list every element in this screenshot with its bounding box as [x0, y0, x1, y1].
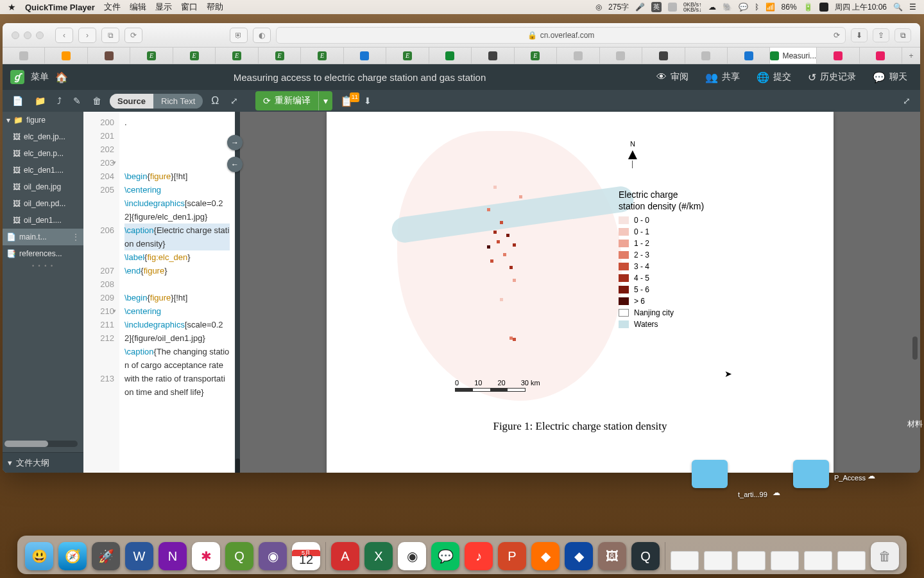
ime-lang-badge[interactable]: 英	[651, 2, 662, 12]
dock-app-quicktime[interactable]: Q	[631, 542, 660, 570]
ime-mic-icon[interactable]: 🎤	[635, 3, 645, 12]
sync-to-pdf-button[interactable]: →	[227, 135, 243, 150]
menu-view[interactable]: 显示	[155, 1, 172, 13]
browser-tab[interactable]: E	[130, 48, 173, 64]
overleaf-logo-icon[interactable]: ɠ	[10, 70, 24, 84]
menu-file[interactable]: 文件	[104, 1, 121, 13]
dock-minimized-window[interactable]	[771, 551, 799, 570]
desktop-folder[interactable]	[793, 460, 829, 488]
symbol-palette-button[interactable]: Ω	[208, 93, 222, 109]
recompile-button[interactable]: ⟳重新编译 ▾	[255, 91, 332, 110]
browser-tab[interactable]: E	[216, 48, 258, 64]
bluetooth-icon[interactable]: ᛒ	[755, 3, 759, 12]
spotlight-icon[interactable]: 🔍	[893, 3, 903, 12]
browser-tab[interactable]: E	[301, 48, 343, 64]
home-icon[interactable]: 🏠	[55, 71, 68, 83]
menu-edit[interactable]: 编辑	[130, 1, 146, 13]
back-button[interactable]: ‹	[55, 28, 73, 43]
wifi-icon[interactable]: 📶	[766, 3, 775, 12]
file-row[interactable]: 🖼elc_den.p...	[3, 145, 83, 162]
browser-tab[interactable]	[557, 48, 599, 64]
tray-icon[interactable]	[668, 3, 677, 12]
browser-tab[interactable]	[45, 48, 87, 64]
rename-icon[interactable]: ✎	[70, 94, 84, 108]
network-monitor[interactable]: 0KB/s↑0KB/s↓	[683, 2, 702, 12]
file-row-selected[interactable]: 📄main.t...⋮	[3, 229, 83, 245]
refresh-icon[interactable]: ⟳	[834, 31, 840, 40]
browser-tab[interactable]: E	[386, 48, 429, 64]
file-row[interactable]: 📑references...	[3, 245, 83, 262]
dock-minimized-window[interactable]	[837, 551, 866, 570]
expand-icon[interactable]: ⤢	[227, 94, 241, 108]
dock-app-chrome[interactable]: ◉	[398, 542, 426, 570]
history-button[interactable]: ↺历史记录	[803, 71, 861, 83]
browser-tab[interactable]	[600, 48, 642, 64]
reader-toggle-button[interactable]: ◐	[253, 28, 271, 43]
chat-button[interactable]: 💬聊天	[868, 71, 912, 83]
dock-app-netease[interactable]: ♪	[465, 542, 493, 570]
window-traffic-lights[interactable]	[12, 31, 44, 39]
desktop-folder[interactable]	[692, 460, 728, 488]
browser-tab[interactable]: E	[173, 48, 216, 64]
new-folder-icon[interactable]: 📁	[31, 94, 49, 108]
active-app-name[interactable]: QuickTime Player	[25, 3, 95, 12]
dock-app-launchpad[interactable]: 🚀	[92, 542, 120, 570]
tray-app-icon[interactable]	[819, 3, 828, 12]
forward-button[interactable]: ›	[78, 28, 96, 43]
clock[interactable]: 周四 上午10:06	[835, 2, 887, 13]
dock-app-calendar[interactable]: 5月12	[292, 542, 320, 570]
file-outline-header[interactable]: ▾文件大纲	[3, 452, 83, 473]
logs-button[interactable]: 📋11	[338, 95, 355, 107]
browser-tab[interactable]	[860, 48, 902, 64]
code-editor[interactable]: → ← 200201202203204205206207208209210211…	[83, 112, 235, 473]
dock-app-slack[interactable]: ✱	[192, 542, 220, 570]
control-center-icon[interactable]: ☰	[909, 3, 916, 12]
scrollbar-thumb[interactable]	[235, 459, 240, 473]
review-button[interactable]: 👁审阅	[651, 71, 694, 83]
dock-app-finder[interactable]: 😃	[25, 542, 53, 570]
tabs-overview-button[interactable]: ⧉	[894, 28, 911, 42]
file-row[interactable]: 🖼oil_den.jpg	[3, 179, 83, 195]
fullscreen-toggle-icon[interactable]: ⤢	[900, 94, 914, 108]
status-indicator-icon[interactable]: ◎	[595, 3, 602, 12]
share-button[interactable]: 👥共享	[700, 71, 745, 83]
resize-gripper[interactable]: • • • •	[3, 262, 83, 270]
downloads-button[interactable]: ⬇︎	[851, 28, 868, 42]
folder-row[interactable]: ▾📁figure	[3, 112, 83, 128]
project-title[interactable]: Measuring access to electric charge stat…	[74, 72, 645, 83]
browser-tab[interactable]	[88, 48, 130, 64]
tray-app-icon[interactable]: 🐘	[723, 3, 732, 12]
dock-app-generic[interactable]: ◆	[565, 542, 593, 570]
dock-app-safari[interactable]: 🧭	[58, 542, 87, 570]
mode-rich-text[interactable]: Rich Text	[153, 94, 203, 109]
browser-tab[interactable]	[344, 48, 386, 64]
new-tab-button[interactable]: +	[902, 48, 920, 64]
dock-app-powerpoint[interactable]: P	[498, 542, 526, 570]
file-row[interactable]: 🖼oil_den1....	[3, 212, 83, 229]
dock-app-wechat[interactable]: 💬	[431, 542, 459, 570]
pdf-preview[interactable]: N ▲ │ Electric chargestation density (#/…	[240, 112, 920, 473]
browser-tab-active[interactable]: Measuri...	[770, 48, 817, 64]
menu-button[interactable]: 菜单	[31, 71, 49, 83]
pdf-vscrollbar[interactable]	[912, 118, 918, 466]
browser-tab[interactable]	[472, 48, 514, 64]
privacy-report-button[interactable]: ⛨	[230, 28, 248, 43]
apple-menu-icon[interactable]: ★	[8, 2, 16, 12]
browser-tab[interactable]	[429, 48, 472, 64]
mode-source[interactable]: Source	[110, 94, 153, 109]
file-menu-icon[interactable]: ⋮	[72, 232, 80, 241]
sync-to-code-button[interactable]: ←	[227, 157, 243, 172]
dock-trash[interactable]: 🗑	[871, 542, 899, 570]
dock-app-acrobat[interactable]: A	[331, 542, 359, 570]
tray-app-icon[interactable]: 💬	[739, 3, 748, 12]
dock-minimized-window[interactable]	[704, 551, 732, 570]
upload-icon[interactable]: ⤴︎	[54, 94, 65, 108]
menu-help[interactable]: 帮助	[207, 1, 223, 13]
file-row[interactable]: 🖼oil_den.pd...	[3, 195, 83, 212]
tray-app-icon[interactable]: ☁︎	[708, 3, 716, 12]
share-button[interactable]: ⇪	[873, 28, 889, 42]
dock-minimized-window[interactable]	[804, 551, 832, 570]
recompile-dropdown[interactable]: ▾	[318, 91, 332, 110]
dock-app-preview[interactable]: 🖼	[598, 542, 626, 570]
dock-app-generic[interactable]: ◆	[531, 542, 560, 570]
